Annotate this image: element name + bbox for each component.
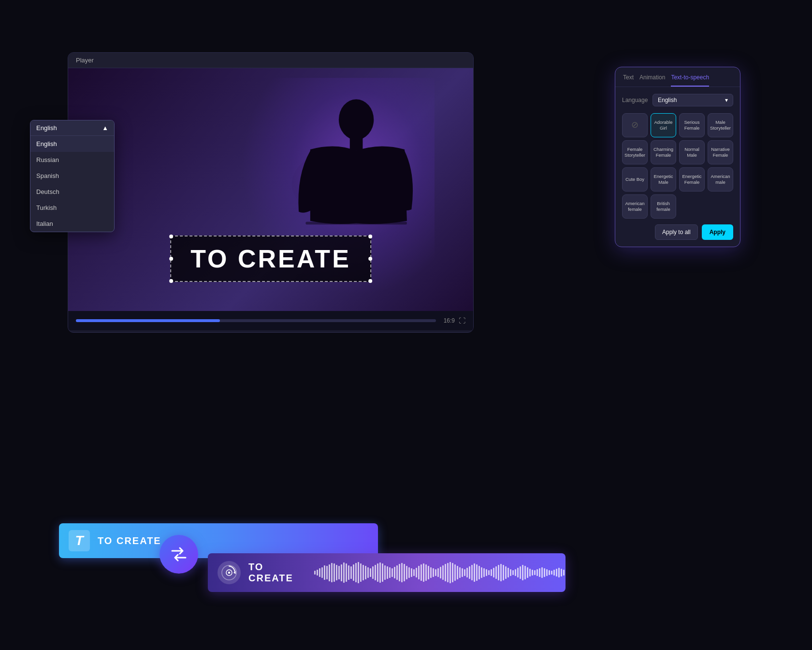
voice-option-male-storyteller[interactable]: Male Storyteller — [708, 113, 733, 137]
tab-tts[interactable]: Text-to-speech — [671, 74, 709, 87]
waveform-bar — [358, 562, 359, 583]
waveform-bar — [435, 569, 436, 576]
waveform-bar — [457, 566, 458, 579]
svg-rect-3 — [319, 219, 393, 222]
waveform-bar — [491, 569, 492, 576]
apply-to-all-button[interactable]: Apply to all — [655, 224, 698, 240]
waveform-bar — [556, 569, 557, 576]
voice-option-american-female[interactable]: American female — [622, 194, 648, 219]
lang-option-turkish[interactable]: Turkish — [30, 200, 114, 216]
voice-option-american-male[interactable]: American male — [708, 167, 733, 192]
waveform-bar — [389, 567, 391, 578]
waveform-bar — [341, 564, 342, 581]
timeline-progress[interactable] — [76, 319, 436, 322]
waveform-bar — [450, 562, 451, 583]
waveform-bar — [553, 570, 555, 576]
apply-button[interactable]: Apply — [702, 224, 733, 240]
swap-icon-button[interactable] — [160, 535, 198, 574]
waveform-bar — [512, 570, 514, 575]
waveform-bar — [549, 570, 550, 575]
voice-cell-empty-1 — [679, 194, 705, 219]
waveform-bar — [488, 570, 490, 575]
selection-handle-tl — [169, 235, 173, 238]
waveform-bar — [370, 568, 371, 577]
lang-option-english[interactable]: English — [30, 136, 114, 152]
voice-option-narrative-female[interactable]: Narrative Female — [708, 140, 733, 164]
waveform-bar — [418, 566, 420, 579]
waveform-bar — [329, 564, 330, 581]
waveform-bar — [428, 566, 429, 579]
voice-option-normal-male[interactable]: Normal Male — [679, 140, 705, 164]
voice-option-cute-boy[interactable]: Cute Boy — [622, 167, 648, 192]
tab-text[interactable]: Text — [623, 74, 634, 87]
waveform-bar — [474, 563, 475, 582]
waveform-bar — [510, 569, 511, 576]
voice-option-charming-female[interactable]: Charming Female — [651, 140, 676, 164]
waveform-bar — [416, 568, 417, 577]
waveform-bar — [452, 563, 453, 582]
chevron-up-icon: ▲ — [102, 124, 108, 132]
waveform-bar — [493, 568, 494, 577]
text-icon-letter: T — [75, 533, 83, 548]
language-select[interactable]: English ▾ — [652, 94, 733, 106]
voice-option-mute[interactable]: ⊘ — [622, 113, 648, 137]
waveform-bar — [445, 564, 446, 581]
fullscreen-button[interactable]: ⛶ — [459, 317, 465, 325]
selection-handle-ml — [169, 257, 173, 261]
player-content: TO CREATE 16:9 ⛶ — [68, 68, 473, 330]
waveform-bar — [392, 568, 393, 577]
waveform-bar — [326, 566, 328, 579]
waveform-bar — [379, 562, 381, 583]
tts-panel: Text Animation Text-to-speech Language E… — [615, 67, 740, 247]
waveform-bar — [367, 567, 369, 578]
waveform-bar — [382, 563, 383, 582]
lang-option-russian[interactable]: Russian — [30, 152, 114, 168]
voice-option-adorable-girl[interactable]: Adorable Girl — [651, 113, 676, 137]
waveform-bar — [411, 568, 412, 577]
lang-option-deutsch[interactable]: Deutsch — [30, 184, 114, 200]
waveform-bar — [469, 566, 470, 579]
dropdown-header[interactable]: English ▲ — [30, 120, 114, 136]
text-overlay[interactable]: TO CREATE — [170, 236, 371, 282]
waveform-bar — [442, 565, 444, 580]
svg-point-1 — [339, 99, 374, 140]
waveform-bar — [498, 565, 499, 580]
waveform-bar — [396, 565, 398, 580]
tts-tabs: Text Animation Text-to-speech — [615, 67, 740, 87]
waveform-bar — [346, 563, 347, 582]
lang-option-spanish[interactable]: Spanish — [30, 168, 114, 184]
waveform-bar — [527, 567, 528, 578]
waveform-bar — [503, 565, 504, 580]
svg-point-7 — [228, 572, 231, 574]
audio-track[interactable]: TO CREATE — [208, 553, 566, 592]
voice-option-serious-female[interactable]: Serious Female — [679, 113, 705, 137]
voice-option-energetic-female[interactable]: Energetic Female — [679, 167, 705, 192]
tab-animation[interactable]: Animation — [639, 74, 665, 87]
waveform-bar — [413, 569, 415, 576]
waveform-bar — [544, 568, 545, 577]
waveform-bar — [433, 568, 434, 577]
waveform-bar — [563, 570, 565, 576]
waveform-bar — [355, 563, 357, 582]
aspect-ratio-label[interactable]: 16:9 — [444, 317, 455, 324]
waveform-bar — [546, 569, 548, 576]
waveform-bar — [372, 566, 374, 579]
language-dropdown[interactable]: English ▲ English Russian Spanish Deutsc… — [30, 120, 115, 232]
text-track-icon: T — [69, 530, 90, 551]
voice-option-british-female[interactable]: British female — [651, 194, 676, 219]
voice-option-female-storyteller[interactable]: Female Storyteller — [622, 140, 648, 164]
waveform-bar — [401, 563, 403, 582]
lang-option-italian[interactable]: Italian — [30, 216, 114, 232]
waveform-bar — [447, 563, 449, 582]
waveform-bar — [505, 566, 507, 579]
waveform-bar — [319, 568, 320, 577]
waveform-bar — [522, 565, 523, 580]
waveform-bar — [462, 568, 463, 577]
waveform-bar — [534, 570, 536, 575]
language-label: Language — [622, 97, 649, 103]
waveform-bar — [532, 570, 533, 576]
voice-option-energetic-male[interactable]: Energetic Male — [651, 167, 676, 192]
waveform-bar — [377, 563, 378, 582]
waveform-bar — [375, 565, 376, 580]
waveform-bar — [314, 571, 316, 575]
